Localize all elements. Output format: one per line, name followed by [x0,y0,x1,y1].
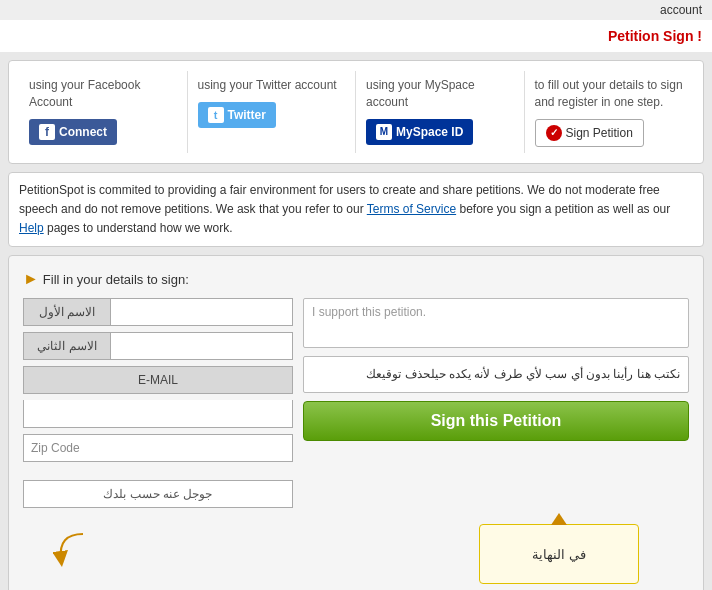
support-text-area: I support this petition. [303,298,689,348]
social-col-signpetition: to fill out your details to sign and reg… [525,71,694,153]
social-col-facebook-text: using your Facebook Account [29,77,177,111]
myspace-icon: M [376,124,392,140]
sign-petition-icon: ✓ [546,125,562,141]
social-col-myspace-text: using your MySpace account [366,77,514,111]
left-arrow-annotation [53,529,93,569]
zip-input[interactable] [23,434,293,462]
form-inner: الاسم الأول الاسم الثاني E-MAIL Zip Code [23,298,689,520]
myspace-button[interactable]: M MySpace ID [366,119,473,145]
twitter-icon: t [208,107,224,123]
support-placeholder-text: I support this petition. [312,305,426,319]
notice-text: PetitionSpot is commited to providing a … [8,172,704,248]
form-left: الاسم الأول الاسم الثاني E-MAIL Zip Code [23,298,293,520]
sign-this-petition-button[interactable]: Sign this Petition [303,401,689,441]
facebook-button-label: Connect [59,125,107,139]
help-link[interactable]: Help [19,221,44,235]
first-name-row: الاسم الأول [23,298,293,326]
myspace-button-label: MySpace ID [396,125,463,139]
social-col-myspace: using your MySpace account M MySpace ID [356,71,525,153]
twitter-button-label: Twitter [228,108,266,122]
sign-petition-social-label: Sign Petition [566,126,633,140]
tooltip-box: في النهاية [479,524,639,584]
petition-header: Petition Sign ! [0,20,712,52]
form-section: ► Fill in your details to sign: الاسم ال… [8,255,704,590]
petition-title: Petition Sign ! [608,28,702,44]
last-name-row: الاسم الثاني [23,332,293,360]
social-col-facebook: using your Facebook Account f Connect [19,71,188,153]
arrow-icon: ► [23,270,39,288]
arabic-note-box: نكتب هنا رأينا بدون أي سب لأي طرف لأنه ي… [303,356,689,393]
sign-button-label: Sign this Petition [431,412,562,429]
zip-row [23,434,293,462]
notice-after: pages to understand how we work. [44,221,233,235]
email-label: E-MAIL [23,366,293,394]
tooltip-text: في النهاية [532,547,586,562]
email-input[interactable] [23,400,293,428]
facebook-connect-button[interactable]: f Connect [29,119,117,145]
account-label: account [660,3,702,17]
google-row [23,480,293,508]
arabic-note-text: نكتب هنا رأينا بدون أي سب لأي طرف لأنه ي… [366,367,680,381]
google-input[interactable] [23,480,293,508]
facebook-icon: f [39,124,55,140]
social-col-twitter: using your Twitter account t Twitter [188,71,357,153]
form-right: I support this petition. نكتب هنا رأينا … [303,298,689,520]
social-col-signpetition-text: to fill out your details to sign and reg… [535,77,684,111]
email-block: E-MAIL [23,366,293,428]
tooltip-arrow-icon [551,513,567,525]
left-arrow-icon [53,529,93,569]
terms-link[interactable]: Terms of Service [367,202,456,216]
social-col-twitter-text: using your Twitter account [198,77,346,94]
notice-middle: before you sign a petition as well as ou… [456,202,670,216]
first-name-label: الاسم الأول [23,298,111,326]
annotation-area: في النهاية [23,524,689,579]
fill-label: ► Fill in your details to sign: [23,270,689,288]
last-name-label: الاسم الثاني [23,332,111,360]
twitter-button[interactable]: t Twitter [198,102,276,128]
fill-label-text: Fill in your details to sign: [43,272,189,287]
account-bar: account [0,0,712,20]
last-name-input[interactable] [111,332,293,360]
first-name-input[interactable] [111,298,293,326]
sign-petition-social-button[interactable]: ✓ Sign Petition [535,119,644,147]
social-grid: using your Facebook Account f Connect us… [19,71,693,153]
social-section: using your Facebook Account f Connect us… [8,60,704,164]
